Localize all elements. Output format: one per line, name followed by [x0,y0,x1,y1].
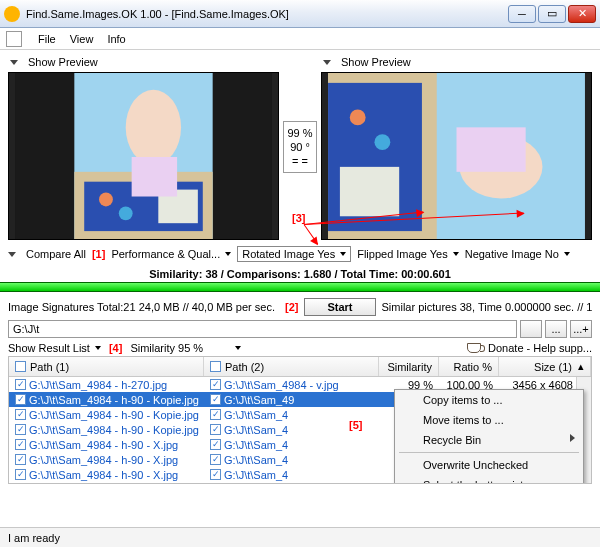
start-button[interactable]: Start [304,298,375,316]
flipped-dropdown[interactable]: Flipped Image Yes [357,248,459,260]
ctx-recycle[interactable]: Recycle Bin [395,430,583,450]
browse-button[interactable]: ... [545,320,567,338]
annotation-1: [1] [92,248,105,260]
ctx-move[interactable]: Move items to ... [395,410,583,430]
col-size[interactable]: Size (1)▴ [499,357,591,376]
app-icon [4,6,20,22]
chevron-down-icon [323,60,331,65]
svg-point-5 [119,206,133,220]
similar-count-label: Similar pictures 38, Time 0.000000 sec. … [382,301,592,313]
annotation-3: [3] [292,212,305,224]
annotation-4: [4] [109,342,122,354]
chevron-right-icon [570,434,575,442]
coffee-icon [467,343,481,353]
show-preview-right[interactable]: Show Preview [321,54,592,72]
col-ratio[interactable]: Ratio % [439,357,499,376]
path-input[interactable]: G:\J\t [8,320,517,338]
menu-info[interactable]: Info [107,33,125,45]
performance-dropdown[interactable]: Performance & Qual... [111,248,231,260]
status-bar: I am ready [0,527,600,547]
rotated-dropdown[interactable]: Rotated Image Yes [237,246,351,262]
progress-bar [0,282,600,292]
compare-dropdown[interactable]: Compare All [8,248,86,260]
col-similarity[interactable]: Similarity [379,357,439,376]
similarity-summary: Similarity: 38 / Comparisons: 1.680 / To… [8,268,592,280]
svg-rect-8 [132,157,177,197]
show-preview-left[interactable]: Show Preview [8,54,279,72]
preview-image-left [8,72,279,240]
donate-link[interactable]: Donate - Help supp... [467,342,592,354]
window-title: Find.Same.Images.OK 1.00 - [Find.Same.Im… [26,8,508,20]
svg-point-12 [350,110,366,126]
chevron-down-icon [10,60,18,65]
menu-bar: File View Info [0,28,600,50]
ctx-better[interactable]: Select the better pictures [395,475,583,484]
maximize-button[interactable]: ▭ [538,5,566,23]
menu-file[interactable]: File [38,33,56,45]
annotation-5: [5] [349,419,362,431]
path-dropdown-button[interactable] [520,320,542,338]
menu-view[interactable]: View [70,33,94,45]
preview-image-right [321,72,592,240]
col-path1[interactable]: Path (1) [9,357,204,376]
svg-point-13 [374,134,390,150]
context-menu: Copy items to ... Move items to ... Recy… [394,389,584,484]
svg-rect-16 [457,127,526,171]
results-table: Path (1) Path (2) Similarity Ratio % Siz… [8,356,592,484]
titlebar: Find.Same.Images.OK 1.00 - [Find.Same.Im… [0,0,600,28]
svg-point-7 [126,90,181,165]
match-info-box: 99 %90 °= = [283,121,316,174]
minimize-button[interactable]: ─ [508,5,536,23]
col-path2[interactable]: Path (2) [204,357,379,376]
annotation-2: [2] [285,301,298,313]
add-button[interactable]: ...+ [570,320,592,338]
signatures-label: Image Signatures Total:21 24,0 MB // 40,… [8,301,275,313]
svg-point-4 [99,193,113,207]
ctx-overwrite[interactable]: Overwrite Unchecked [395,455,583,475]
svg-rect-14 [340,167,399,216]
negative-dropdown[interactable]: Negative Image No [465,248,570,260]
file-icon [6,31,22,47]
ctx-copy[interactable]: Copy items to ... [395,390,583,410]
show-result-dropdown[interactable]: Show Result List [8,342,101,354]
close-button[interactable]: ✕ [568,5,596,23]
similarity-filter-dropdown[interactable]: Similarity 95 % [130,342,241,354]
